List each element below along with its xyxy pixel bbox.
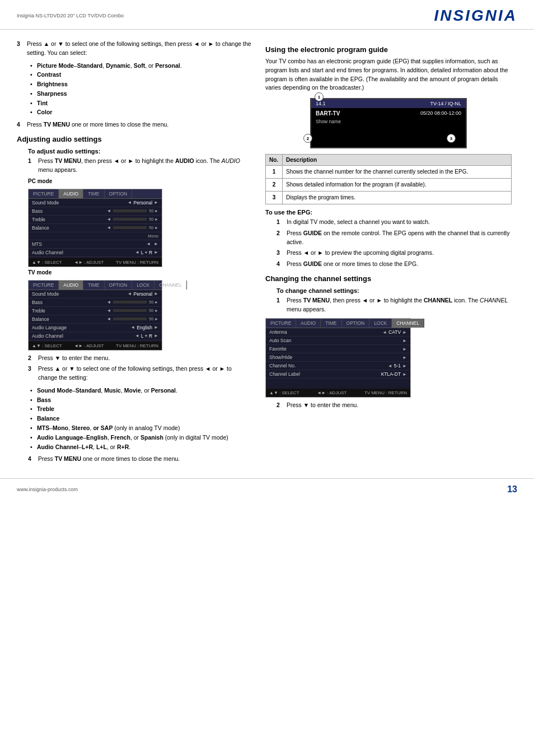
- epg-diagram: 1 14.1 TV-14 / IQ-NL BART-TV 05/20 08:00…: [305, 98, 472, 148]
- bullet-tint: Tint: [37, 99, 252, 108]
- pc-tab-picture: PICTURE: [29, 189, 59, 198]
- tv-tab-option: OPTION: [105, 281, 133, 290]
- channel-menu-tabs: PICTURE AUDIO TIME OPTION LOCK CHANNEL: [266, 319, 410, 328]
- epg-step-2: 2 Press GUIDE on the remote control. The…: [277, 229, 512, 247]
- ch-tab-lock: LOCK: [369, 319, 392, 328]
- pc-row-mts: MTS ◄ ►: [29, 240, 162, 249]
- epg-step-4-text: Press GUIDE one or more times to close t…: [287, 260, 418, 269]
- footer-url: www.insignia-products.com: [17, 487, 78, 492]
- epg-intro-text: Your TV combo has an electronic program …: [265, 57, 512, 92]
- channel-menu-img: PICTURE AUDIO TIME OPTION LOCK CHANNEL A…: [265, 318, 411, 398]
- epg-desc-table: No. Description 1 Shows the channel numb…: [265, 154, 512, 204]
- epg-heading: Using the electronic program guide: [265, 45, 512, 54]
- pc-tab-audio: AUDIO: [59, 189, 83, 198]
- picture-step4: 4 Press TV MENU one or more times to clo…: [17, 120, 252, 129]
- to-adjust-sub: To adjust audio settings:: [28, 148, 252, 155]
- channel-step-2: 2 Press ▼ to enter the menu.: [277, 401, 512, 410]
- ch-row-channelno: Channel No. ◄ 5-1 ►: [266, 362, 410, 370]
- epg-step-1-num: 1: [277, 218, 283, 227]
- channel-step-2-list: 2 Press ▼ to enter the menu.: [277, 401, 512, 410]
- pc-nav-adjust: ◄► : ADJUST: [74, 260, 104, 265]
- channel-step-1-num: 1: [277, 296, 283, 314]
- tv-row-balance: Balance ◄ 50 ►: [29, 315, 162, 324]
- epg-top-bar: 14.1 TV-14 / IQ-NL: [311, 99, 466, 108]
- audio-step-4: 4 Press TV MENU one or more times to clo…: [28, 455, 252, 464]
- audio-settings-heading: Adjusting audio settings: [17, 135, 252, 143]
- bullet-color: Color: [37, 108, 252, 117]
- epg-step-3: 3 Press ◄ or ► to preview the upcoming d…: [277, 249, 512, 258]
- tv-mode-menu-img: PICTURE AUDIO TIME OPTION LOCK CHANNEL S…: [28, 280, 162, 351]
- epg-step-3-num: 3: [277, 249, 283, 258]
- to-use-epg-sub: To use the EPG:: [265, 209, 512, 216]
- page-footer: www.insignia-products.com 13: [0, 478, 534, 500]
- audio-step-2: 2 Press ▼ to enter the menu.: [28, 354, 252, 363]
- bullet-brightness: Brightness: [37, 80, 252, 89]
- epg-channel-name: BART-TV: [316, 110, 340, 116]
- ch-tab-audio: AUDIO: [296, 319, 321, 328]
- epg-step-4: 4 Press GUIDE one or more times to close…: [277, 260, 512, 269]
- audio-bullet-language: Audio Language–English, French, or Spani…: [37, 433, 252, 442]
- tv-menu-nav: ▲▼ : SELECT ◄► : ADJUST TV MENU : RETURN: [29, 342, 162, 350]
- epg-program-info: Show name: [316, 119, 461, 124]
- audio-step-1: 1 Press TV MENU, then press ◄ or ► to hi…: [28, 157, 252, 175]
- left-column: 3 Press ▲ or ▼ to select one of the foll…: [17, 40, 252, 467]
- channel-step-list: 1 Press TV MENU, then press ◄ or ► to hi…: [277, 296, 512, 314]
- epg-rating: TV-14 / IQ-NL: [430, 101, 461, 106]
- audio-step-2-text: Press ▼ to enter the menu.: [38, 354, 110, 363]
- epg-step-2-num: 2: [277, 229, 283, 247]
- ch-row-showhide: Show/Hide ►: [266, 353, 410, 362]
- brand-logo: INSIGNIA: [434, 7, 517, 25]
- channel-step-2-num: 2: [277, 401, 283, 410]
- ch-row-channellabel: Channel Label KTLA-DT ►: [266, 370, 410, 379]
- audio-step-2-num: 2: [28, 354, 35, 363]
- picture-steps: 3 Press ▲ or ▼ to select one of the foll…: [17, 40, 252, 58]
- pc-row-treble: Treble ◄ 50 ►: [29, 216, 162, 224]
- step-3-num: 3: [17, 40, 24, 58]
- ch-spacer: [266, 379, 410, 388]
- step-4: 4 Press TV MENU one or more times to clo…: [17, 120, 252, 129]
- epg-use-steps: 1 In digital TV mode, select a channel y…: [277, 218, 512, 269]
- table-cell-num: 3: [266, 192, 283, 204]
- epg-body: BART-TV 05/20 08:00-12:00 Show name: [311, 108, 466, 130]
- audio-step-1-num: 1: [28, 157, 35, 175]
- table-cell-num: 2: [266, 179, 283, 192]
- epg-datetime: 05/20 08:00-12:00: [420, 110, 461, 116]
- tv-tab-lock: LOCK: [132, 281, 154, 290]
- ch-tab-option: OPTION: [342, 319, 370, 328]
- ch-tab-channel: CHANNEL: [392, 319, 424, 328]
- table-cell-num: 1: [266, 166, 283, 179]
- bullet-contrast: Contrast: [37, 70, 252, 80]
- step-4-text: Press TV MENU one or more times to close…: [27, 120, 168, 129]
- pc-nav-return: TV MENU : RETURN: [116, 260, 158, 265]
- pc-mode-menu-img: PICTURE AUDIO TIME OPTION Sound Mode ◄ P…: [28, 189, 162, 267]
- ch-nav-adjust: ◄► : ADJUST: [317, 390, 346, 395]
- epg-num-3: 3: [447, 134, 456, 143]
- tv-row-treble: Treble ◄ 50 ►: [29, 307, 162, 315]
- epg-step-4-num: 4: [277, 260, 283, 269]
- audio-step-4-num: 4: [28, 455, 35, 464]
- page: Insignia NS-LTDVD20 20" LCD TV/DVD Combo…: [0, 0, 534, 756]
- ch-tab-picture: PICTURE: [266, 319, 296, 328]
- table-row: 2 Shows detailed information for the pro…: [266, 179, 512, 192]
- bullet-picture-mode: Picture Mode–Standard, Dynamic, Soft, or…: [37, 61, 252, 71]
- ch-row-autoscan: Auto Scan ►: [266, 337, 410, 345]
- table-cell-desc: Shows detailed information for the progr…: [283, 179, 512, 192]
- table-row: 1 Shows the channel number for the chann…: [266, 166, 512, 179]
- tv-menu-tabs: PICTURE AUDIO TIME OPTION LOCK CHANNEL: [29, 281, 162, 290]
- epg-screen: 14.1 TV-14 / IQ-NL BART-TV 05/20 08:00-1…: [310, 98, 467, 148]
- tv-tab-picture: PICTURE: [29, 281, 59, 290]
- ch-nav-select: ▲▼ : SELECT: [269, 390, 299, 395]
- audio-bullet-bass: Bass: [37, 395, 252, 405]
- pc-mode-label: PC mode: [28, 178, 252, 184]
- audio-bullet-channel: Audio Channel–L+R, L+L, or R+R.: [37, 442, 252, 452]
- epg-step-1-text: In digital TV mode, select a channel you…: [287, 218, 430, 227]
- table-col-no: No.: [266, 155, 283, 166]
- audio-bullet-balance: Balance: [37, 414, 252, 423]
- ch-tab-time: TIME: [321, 319, 341, 328]
- epg-info-row: BART-TV 05/20 08:00-12:00: [316, 110, 461, 116]
- audio-step-3: 3 Press ▲ or ▼ to select one of the foll…: [28, 365, 252, 382]
- ch-nav-return: TV MENU : RETURN: [364, 390, 407, 395]
- footer-page-number: 13: [507, 484, 517, 494]
- epg-step-3-text: Press ◄ or ► to preview the upcoming dig…: [287, 249, 434, 258]
- epg-num-1: 1: [315, 92, 324, 101]
